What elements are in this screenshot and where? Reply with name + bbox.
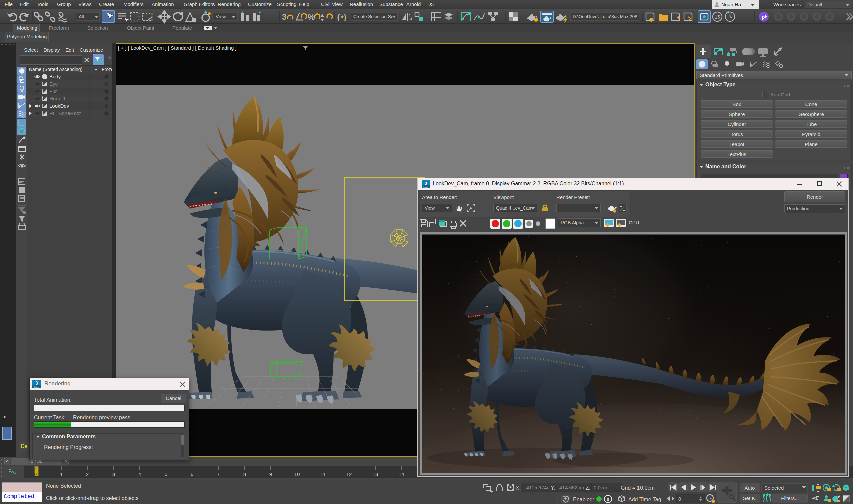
svg-text:Selected: Selected [764,485,784,491]
svg-text:-4115.974c: -4115.974c [525,485,550,490]
svg-text:6: 6 [191,471,193,477]
svg-text:Enabled:: Enabled: [573,497,594,502]
svg-text:LookDev: LookDev [49,103,69,109]
svg-text:12: 12 [346,471,352,477]
svg-text:0: 0 [678,496,681,502]
svg-text:3: 3 [282,12,286,21]
svg-text:MAX: MAX [34,386,39,388]
svg-text:Auto: Auto [745,485,755,491]
svg-text:Horn_1: Horn_1 [49,96,66,101]
svg-text:All: All [79,14,84,19]
svg-text:Body: Body [49,74,61,79]
svg-text:RL_BoneRoot: RL_BoneRoot [49,110,81,116]
svg-text:Y:: Y: [551,485,555,491]
svg-text:0.0cm: 0.0cm [594,485,608,490]
svg-text:4: 4 [138,471,141,477]
svg-text:7: 7 [217,471,220,477]
svg-text:Set K.: Set K. [743,495,756,501]
svg-text:0: 0 [34,471,37,477]
svg-text:10: 10 [294,471,300,477]
svg-text:Z:: Z: [586,485,590,491]
svg-text:MAX: MAX [423,186,429,188]
svg-text:X:: X: [516,485,521,491]
svg-text:D:\OneDrive\Tà...u\3ds Max 202: D:\OneDrive\Tà...u\3ds Max 202 [573,14,638,19]
svg-text:8: 8 [243,471,246,477]
svg-text:414.652cm: 414.652cm [559,485,584,490]
svg-text:9: 9 [269,471,272,477]
svg-text:0: 0 [607,497,609,502]
svg-text:Add Time Tag: Add Time Tag [628,497,661,502]
svg-text:11: 11 [320,471,326,477]
svg-text:A: A [469,206,472,211]
svg-text:3: 3 [35,380,38,386]
svg-text:14: 14 [399,471,404,477]
svg-text:15: 15 [715,14,720,20]
svg-text:{: { [337,13,340,21]
svg-text:p: p [762,14,765,20]
svg-text:5: 5 [165,471,168,477]
svg-text:2: 2 [86,471,89,477]
svg-text:3: 3 [112,471,115,477]
svg-text:3: 3 [425,181,427,186]
svg-text:View: View [215,14,226,19]
svg-text:Grid = 10.0cm: Grid = 10.0cm [621,485,655,491]
svg-text:1: 1 [60,471,63,477]
svg-text:Create Selection Set: Create Selection Set [353,14,395,19]
svg-text:Fur: Fur [49,88,57,94]
svg-text:%: % [308,13,315,22]
svg-text:Filters...: Filters... [781,495,799,501]
svg-text:13: 13 [372,471,378,477]
svg-text:}: } [344,13,347,21]
svg-text:Eye: Eye [49,81,58,87]
